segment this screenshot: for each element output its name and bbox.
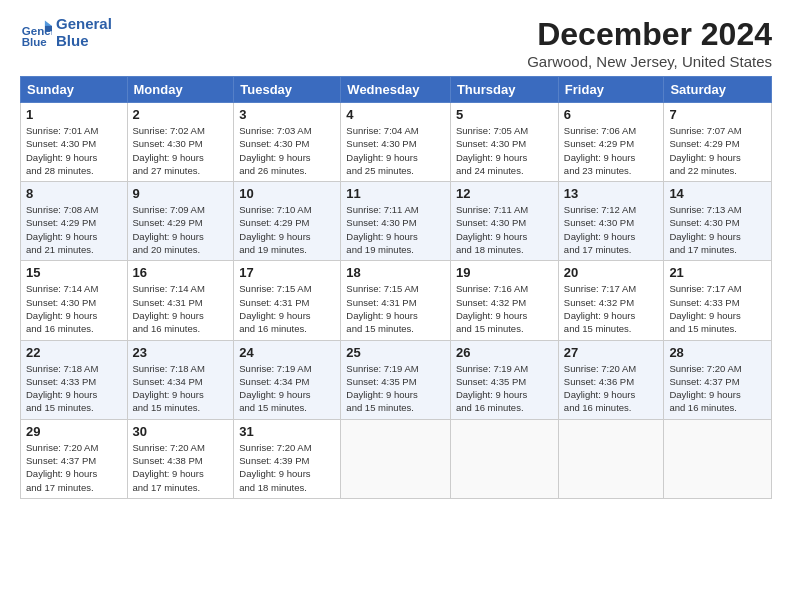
day-detail: Sunrise: 7:06 AM Sunset: 4:29 PM Dayligh…	[564, 124, 659, 177]
day-detail: Sunrise: 7:03 AM Sunset: 4:30 PM Dayligh…	[239, 124, 335, 177]
day-number: 22	[26, 345, 122, 360]
weekday-header-thursday: Thursday	[450, 77, 558, 103]
day-number: 9	[133, 186, 229, 201]
calendar-cell: 23Sunrise: 7:18 AM Sunset: 4:34 PM Dayli…	[127, 340, 234, 419]
calendar-cell: 18Sunrise: 7:15 AM Sunset: 4:31 PM Dayli…	[341, 261, 451, 340]
day-detail: Sunrise: 7:09 AM Sunset: 4:29 PM Dayligh…	[133, 203, 229, 256]
day-number: 15	[26, 265, 122, 280]
day-number: 13	[564, 186, 659, 201]
day-number: 11	[346, 186, 445, 201]
calendar-cell: 28Sunrise: 7:20 AM Sunset: 4:37 PM Dayli…	[664, 340, 772, 419]
logo-icon: General Blue	[20, 17, 52, 49]
calendar-week-3: 15Sunrise: 7:14 AM Sunset: 4:30 PM Dayli…	[21, 261, 772, 340]
day-detail: Sunrise: 7:11 AM Sunset: 4:30 PM Dayligh…	[346, 203, 445, 256]
day-detail: Sunrise: 7:18 AM Sunset: 4:33 PM Dayligh…	[26, 362, 122, 415]
calendar-cell	[558, 419, 664, 498]
day-detail: Sunrise: 7:15 AM Sunset: 4:31 PM Dayligh…	[239, 282, 335, 335]
day-number: 12	[456, 186, 553, 201]
calendar-cell: 26Sunrise: 7:19 AM Sunset: 4:35 PM Dayli…	[450, 340, 558, 419]
day-detail: Sunrise: 7:19 AM Sunset: 4:35 PM Dayligh…	[346, 362, 445, 415]
day-number: 27	[564, 345, 659, 360]
logo-blue: Blue	[56, 33, 112, 50]
calendar-cell: 25Sunrise: 7:19 AM Sunset: 4:35 PM Dayli…	[341, 340, 451, 419]
calendar-table: SundayMondayTuesdayWednesdayThursdayFrid…	[20, 76, 772, 499]
day-number: 8	[26, 186, 122, 201]
weekday-header-friday: Friday	[558, 77, 664, 103]
svg-text:Blue: Blue	[22, 36, 48, 48]
calendar-cell: 19Sunrise: 7:16 AM Sunset: 4:32 PM Dayli…	[450, 261, 558, 340]
calendar-cell: 7Sunrise: 7:07 AM Sunset: 4:29 PM Daylig…	[664, 103, 772, 182]
day-detail: Sunrise: 7:19 AM Sunset: 4:34 PM Dayligh…	[239, 362, 335, 415]
day-detail: Sunrise: 7:02 AM Sunset: 4:30 PM Dayligh…	[133, 124, 229, 177]
day-number: 21	[669, 265, 766, 280]
calendar-week-2: 8Sunrise: 7:08 AM Sunset: 4:29 PM Daylig…	[21, 182, 772, 261]
calendar-cell: 20Sunrise: 7:17 AM Sunset: 4:32 PM Dayli…	[558, 261, 664, 340]
day-detail: Sunrise: 7:20 AM Sunset: 4:37 PM Dayligh…	[26, 441, 122, 494]
weekday-header-monday: Monday	[127, 77, 234, 103]
logo-general: General	[56, 16, 112, 33]
day-detail: Sunrise: 7:20 AM Sunset: 4:37 PM Dayligh…	[669, 362, 766, 415]
calendar-week-5: 29Sunrise: 7:20 AM Sunset: 4:37 PM Dayli…	[21, 419, 772, 498]
calendar-cell: 3Sunrise: 7:03 AM Sunset: 4:30 PM Daylig…	[234, 103, 341, 182]
calendar-cell: 9Sunrise: 7:09 AM Sunset: 4:29 PM Daylig…	[127, 182, 234, 261]
header-row: General Blue General Blue December 2024 …	[20, 16, 772, 70]
calendar-cell: 29Sunrise: 7:20 AM Sunset: 4:37 PM Dayli…	[21, 419, 128, 498]
day-detail: Sunrise: 7:11 AM Sunset: 4:30 PM Dayligh…	[456, 203, 553, 256]
calendar-cell: 16Sunrise: 7:14 AM Sunset: 4:31 PM Dayli…	[127, 261, 234, 340]
day-detail: Sunrise: 7:01 AM Sunset: 4:30 PM Dayligh…	[26, 124, 122, 177]
page: General Blue General Blue December 2024 …	[0, 0, 792, 612]
day-detail: Sunrise: 7:18 AM Sunset: 4:34 PM Dayligh…	[133, 362, 229, 415]
title-block: December 2024 Garwood, New Jersey, Unite…	[527, 16, 772, 70]
calendar-cell: 1Sunrise: 7:01 AM Sunset: 4:30 PM Daylig…	[21, 103, 128, 182]
calendar-cell: 14Sunrise: 7:13 AM Sunset: 4:30 PM Dayli…	[664, 182, 772, 261]
day-number: 30	[133, 424, 229, 439]
day-number: 20	[564, 265, 659, 280]
calendar-header-row: SundayMondayTuesdayWednesdayThursdayFrid…	[21, 77, 772, 103]
page-title: December 2024	[527, 16, 772, 53]
day-detail: Sunrise: 7:20 AM Sunset: 4:36 PM Dayligh…	[564, 362, 659, 415]
day-detail: Sunrise: 7:14 AM Sunset: 4:31 PM Dayligh…	[133, 282, 229, 335]
calendar-cell: 21Sunrise: 7:17 AM Sunset: 4:33 PM Dayli…	[664, 261, 772, 340]
calendar-cell	[664, 419, 772, 498]
weekday-header-tuesday: Tuesday	[234, 77, 341, 103]
calendar-cell: 10Sunrise: 7:10 AM Sunset: 4:29 PM Dayli…	[234, 182, 341, 261]
day-detail: Sunrise: 7:04 AM Sunset: 4:30 PM Dayligh…	[346, 124, 445, 177]
day-number: 16	[133, 265, 229, 280]
weekday-header-saturday: Saturday	[664, 77, 772, 103]
day-number: 28	[669, 345, 766, 360]
calendar-cell	[450, 419, 558, 498]
calendar-cell: 31Sunrise: 7:20 AM Sunset: 4:39 PM Dayli…	[234, 419, 341, 498]
day-number: 5	[456, 107, 553, 122]
day-number: 25	[346, 345, 445, 360]
calendar-cell: 2Sunrise: 7:02 AM Sunset: 4:30 PM Daylig…	[127, 103, 234, 182]
day-number: 17	[239, 265, 335, 280]
calendar-cell: 5Sunrise: 7:05 AM Sunset: 4:30 PM Daylig…	[450, 103, 558, 182]
weekday-header-sunday: Sunday	[21, 77, 128, 103]
page-subtitle: Garwood, New Jersey, United States	[527, 53, 772, 70]
calendar-week-1: 1Sunrise: 7:01 AM Sunset: 4:30 PM Daylig…	[21, 103, 772, 182]
day-number: 14	[669, 186, 766, 201]
day-detail: Sunrise: 7:17 AM Sunset: 4:33 PM Dayligh…	[669, 282, 766, 335]
day-number: 1	[26, 107, 122, 122]
day-number: 2	[133, 107, 229, 122]
day-number: 4	[346, 107, 445, 122]
day-detail: Sunrise: 7:05 AM Sunset: 4:30 PM Dayligh…	[456, 124, 553, 177]
day-detail: Sunrise: 7:15 AM Sunset: 4:31 PM Dayligh…	[346, 282, 445, 335]
calendar-cell: 24Sunrise: 7:19 AM Sunset: 4:34 PM Dayli…	[234, 340, 341, 419]
calendar-cell: 11Sunrise: 7:11 AM Sunset: 4:30 PM Dayli…	[341, 182, 451, 261]
day-detail: Sunrise: 7:13 AM Sunset: 4:30 PM Dayligh…	[669, 203, 766, 256]
calendar-cell: 12Sunrise: 7:11 AM Sunset: 4:30 PM Dayli…	[450, 182, 558, 261]
day-number: 31	[239, 424, 335, 439]
calendar-cell: 27Sunrise: 7:20 AM Sunset: 4:36 PM Dayli…	[558, 340, 664, 419]
logo: General Blue General Blue	[20, 16, 112, 49]
day-number: 23	[133, 345, 229, 360]
calendar-cell: 17Sunrise: 7:15 AM Sunset: 4:31 PM Dayli…	[234, 261, 341, 340]
day-number: 26	[456, 345, 553, 360]
day-number: 24	[239, 345, 335, 360]
calendar-cell: 6Sunrise: 7:06 AM Sunset: 4:29 PM Daylig…	[558, 103, 664, 182]
calendar-cell: 8Sunrise: 7:08 AM Sunset: 4:29 PM Daylig…	[21, 182, 128, 261]
calendar-week-4: 22Sunrise: 7:18 AM Sunset: 4:33 PM Dayli…	[21, 340, 772, 419]
day-detail: Sunrise: 7:20 AM Sunset: 4:39 PM Dayligh…	[239, 441, 335, 494]
day-detail: Sunrise: 7:19 AM Sunset: 4:35 PM Dayligh…	[456, 362, 553, 415]
day-detail: Sunrise: 7:16 AM Sunset: 4:32 PM Dayligh…	[456, 282, 553, 335]
